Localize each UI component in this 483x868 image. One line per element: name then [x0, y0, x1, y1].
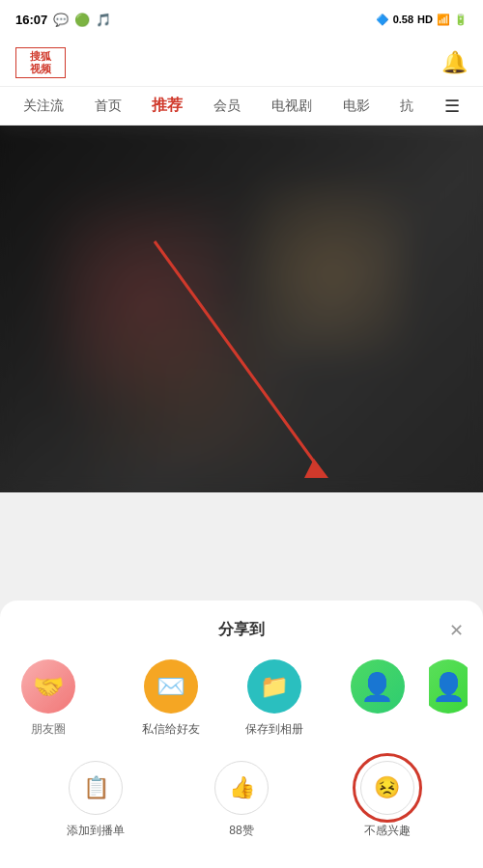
- friend1-avatar: 👤: [351, 659, 405, 714]
- save-album-label: 保存到相册: [245, 721, 303, 738]
- nav-item-more[interactable]: 抗: [400, 98, 413, 115]
- nav-item-home[interactable]: 首页: [95, 98, 122, 115]
- app-header: 搜狐 视频 🔔: [0, 39, 483, 87]
- action-item-playlist[interactable]: 📋 添加到播单: [23, 761, 169, 839]
- like-label: 88赞: [229, 823, 253, 839]
- status-bar-left: 16:07 💬 🟢 🎵: [15, 13, 111, 27]
- wechat-icon: 💬: [53, 13, 69, 27]
- private-message-icon: ✉️: [144, 659, 198, 714]
- share-icon-item-friend1[interactable]: 👤: [326, 659, 429, 721]
- nav-item-movie[interactable]: 电影: [343, 98, 370, 115]
- video-background: [0, 126, 483, 492]
- share-icon-item-save-album[interactable]: 📁 保存到相册: [222, 659, 326, 738]
- nav-item-recommend[interactable]: 推荐: [152, 96, 183, 116]
- nav-bar: 关注流 首页 推荐 会员 电视剧 电影 抗 ☰: [0, 87, 483, 126]
- tiktok-icon: 🎵: [96, 13, 111, 27]
- add-playlist-label: 添加到播单: [67, 823, 125, 839]
- nav-item-follow[interactable]: 关注流: [23, 98, 64, 115]
- share-panel: 分享到 ✕ 🤝 朋友圈 ✉️ 私信给好友 📁 保存到相册 👤: [0, 601, 483, 868]
- share-icon-item-private-msg[interactable]: ✉️ 私信给好友: [119, 659, 222, 738]
- qq-icon: 🟢: [74, 13, 90, 27]
- share-icons-row: 🤝 朋友圈 ✉️ 私信给好友 📁 保存到相册 👤 👤: [0, 659, 483, 738]
- share-panel-close-button[interactable]: ✕: [449, 620, 464, 641]
- action-row: 📋 添加到播单 👍 88赞 😣 不感兴趣: [0, 761, 483, 839]
- status-time: 16:07: [15, 13, 47, 27]
- not-interested-label: 不感兴趣: [364, 823, 411, 839]
- signal-icon: 📶: [437, 14, 450, 26]
- wechat-friends-icon: 🤝: [21, 659, 75, 714]
- nav-menu-icon[interactable]: ☰: [444, 96, 460, 117]
- save-album-icon: 📁: [247, 659, 301, 714]
- private-message-label: 私信给好友: [142, 721, 200, 738]
- video-area[interactable]: [0, 126, 483, 492]
- notification-bell-icon[interactable]: 🔔: [441, 50, 468, 75]
- share-title-row: 分享到 ✕: [0, 620, 483, 640]
- nav-item-tv[interactable]: 电视剧: [271, 98, 312, 115]
- action-item-like[interactable]: 👍 88赞: [169, 761, 315, 839]
- battery-icon: 🔋: [454, 14, 468, 26]
- app-logo[interactable]: 搜狐 视频: [15, 47, 66, 78]
- network-speed: 0.58: [393, 14, 413, 25]
- status-bar-right: 🔷 0.58 HD 📶 🔋: [376, 14, 468, 26]
- nav-item-vip[interactable]: 会员: [213, 98, 241, 115]
- not-interested-icon: 😣: [374, 775, 400, 800]
- not-interested-button[interactable]: 😣: [360, 761, 414, 815]
- hd-label: HD: [417, 14, 433, 25]
- bluetooth-icon: 🔷: [376, 14, 389, 26]
- share-icon-item-wechat[interactable]: 🤝 朋友圈: [0, 659, 99, 738]
- add-playlist-button[interactable]: 📋: [69, 761, 123, 815]
- share-panel-title: 分享到: [218, 620, 265, 640]
- video-overlay: [0, 126, 483, 492]
- like-button[interactable]: 👍: [214, 761, 269, 815]
- status-bar: 16:07 💬 🟢 🎵 🔷 0.58 HD 📶 🔋: [0, 0, 483, 39]
- friend2-avatar: 👤: [429, 659, 468, 714]
- action-item-not-interested[interactable]: 😣 不感兴趣: [314, 761, 460, 839]
- add-playlist-icon: 📋: [83, 775, 109, 800]
- share-icon-item-friend2[interactable]: 👤: [429, 659, 468, 714]
- like-icon: 👍: [229, 775, 255, 800]
- wechat-friends-label: 朋友圈: [31, 721, 66, 738]
